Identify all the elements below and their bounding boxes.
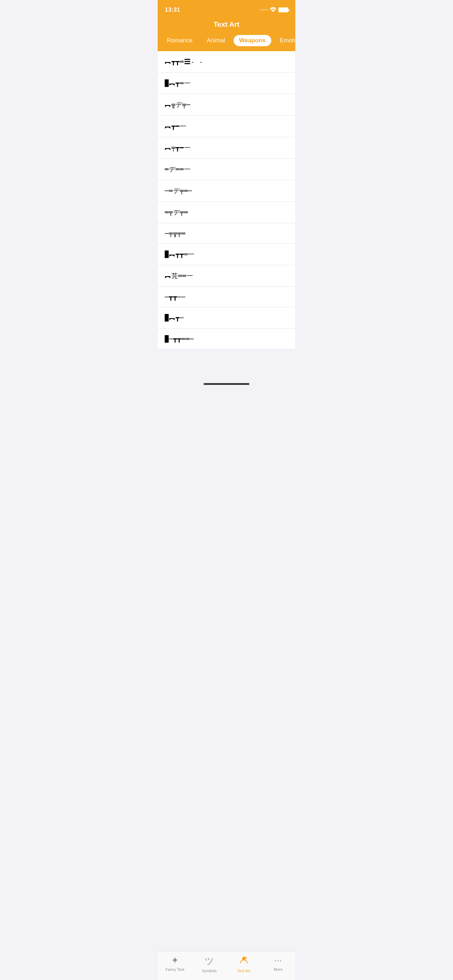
list-item[interactable]: ═デ══一 <box>158 159 295 180</box>
category-tabs: Romance Animal Weapons Emoticons Other <box>158 33 295 51</box>
home-indicator <box>203 383 250 385</box>
list-item[interactable]: ︻┳┳═☰- - <box>158 51 295 73</box>
content-wrapper: ︻┳┳═☰- -█︻┳═一︻╦デ╤─︻┳━一︻╤┳━一═デ══一─═デ╤═─═╤… <box>158 51 295 381</box>
tab-romance[interactable]: Romance <box>161 35 198 46</box>
header: Text Art <box>158 18 295 33</box>
tab-animal[interactable]: Animal <box>201 35 231 46</box>
list-item[interactable]: █︻┳┳═一 <box>158 244 295 265</box>
tab-emoticons[interactable]: Emoticons <box>274 35 295 46</box>
tab-weapons[interactable]: Weapons <box>234 35 271 46</box>
status-bar: 13:31 <box>158 0 295 18</box>
weapons-list: ︻┳┳═☰- -█︻┳═一︻╦デ╤─︻┳━一︻╤┳━一═デ══一─═デ╤═─═╤… <box>158 51 295 349</box>
page-title: Text Art <box>213 21 239 28</box>
status-icons <box>260 7 288 13</box>
list-item[interactable]: ═╤デ╤═ <box>158 202 295 223</box>
list-item[interactable]: ︻╦デ╤─ <box>158 94 295 116</box>
list-item[interactable]: ︻┳━一 <box>158 116 295 137</box>
list-item[interactable]: ︻芫══一 <box>158 265 295 287</box>
signal-icon <box>260 9 268 11</box>
list-item[interactable]: ︻╤┳━一 <box>158 137 295 159</box>
battery-icon <box>278 7 288 12</box>
list-item[interactable]: █─┳┳══─ <box>158 329 295 349</box>
list-item[interactable]: ─┳┳── <box>158 287 295 307</box>
list-item[interactable]: █︻┳─ <box>158 307 295 329</box>
status-time: 13:31 <box>165 6 180 13</box>
list-item[interactable]: ─═デ╤═─ <box>158 180 295 202</box>
list-item[interactable]: █︻┳═一 <box>158 73 295 94</box>
wifi-icon <box>270 7 276 13</box>
list-item[interactable]: ─╤╦╤═ <box>158 223 295 244</box>
